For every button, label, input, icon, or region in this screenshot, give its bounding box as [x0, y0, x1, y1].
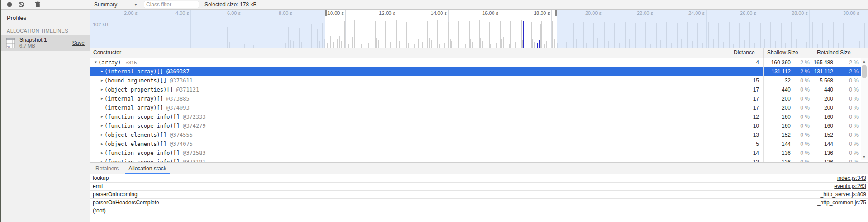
allocation-bar [521, 20, 522, 48]
scroll-down-icon[interactable]: ▼ [861, 154, 868, 160]
shallow-size-cell: 2000 % [763, 94, 813, 103]
heap-object-grid: ▼(array)×3154160 3602 %165 4882 %▶(inter… [90, 58, 868, 162]
stack-frame-row[interactable]: parserOnHeadersComplete_http_common.js:7… [90, 199, 868, 207]
constructor-cell: ▶(object properties)[]@371121 [90, 85, 730, 94]
allocation-bar [480, 38, 481, 48]
allocation-bar [439, 44, 440, 48]
save-link[interactable]: Save [72, 40, 85, 46]
heap-grid-row[interactable]: ▶(function scope info)[]@374279101600 %1… [90, 121, 868, 130]
heap-grid-row[interactable]: ▶(object elements)[]@374555131520 %1520 … [90, 130, 868, 140]
tab-retainers[interactable]: Retainers [90, 163, 123, 174]
record-allocation-icon[interactable] [5, 1, 14, 8]
retained-size-cell: 131 1122 % [813, 67, 868, 76]
source-link[interactable]: events.js:263 [834, 183, 868, 190]
grid-scrollbar[interactable]: ▲ ▼ [861, 58, 868, 160]
constructor-cell: ▶(internal array)[]@369387 [90, 67, 730, 76]
expand-icon[interactable]: ▶ [100, 85, 104, 94]
distance-cell: 14 [730, 149, 763, 158]
object-id: @373181 [183, 158, 206, 162]
expand-icon[interactable]: ▶ [100, 76, 104, 85]
collapse-icon[interactable]: ▼ [93, 58, 98, 67]
allocation-bar [339, 36, 340, 48]
distance-cell: 10 [730, 121, 763, 130]
allocation-bar [554, 39, 555, 48]
allocation-bar [544, 44, 545, 48]
size-percent: 0 % [791, 112, 813, 121]
allocation-bar [378, 40, 379, 48]
allocation-timeline-overview[interactable]: 102 kB 2.00 s4.00 s6.00 s8.00 s10.00 s12… [90, 10, 868, 48]
constructor-name: (array) [98, 58, 121, 67]
expand-icon[interactable]: ▶ [100, 67, 104, 76]
size-value: 131 112 [764, 67, 791, 76]
stack-frame-row[interactable]: (root) [90, 207, 868, 215]
allocation-bar [361, 44, 362, 48]
expand-icon[interactable]: ▶ [100, 94, 104, 103]
heap-grid-row[interactable]: ▶(object elements)[]@37407551440 %1440 % [90, 140, 868, 149]
size-value: 160 [764, 112, 791, 121]
allocation-bar [490, 44, 491, 48]
heap-grid-row[interactable]: ▶(bound arguments)[]@37361115320 %5 5680… [90, 76, 868, 85]
allocation-bar [510, 21, 511, 48]
allocation-bar [408, 43, 409, 48]
size-percent: 0 % [791, 94, 813, 103]
retained-size-cell: 1520 % [813, 130, 868, 140]
allocation-bar [406, 22, 407, 48]
clear-block-icon[interactable] [17, 1, 25, 8]
heap-grid-row[interactable]: ▶(internal array)[]@369387–131 1122 %131… [90, 67, 868, 76]
column-header-shallow-size[interactable]: Shallow Size [763, 48, 813, 58]
size-value: 160 [764, 121, 791, 130]
source-link[interactable]: index.js:343 [837, 174, 868, 182]
stack-frame-row[interactable]: emitevents.js:263 [90, 183, 868, 191]
tab-retainers-label: Retainers [95, 165, 119, 172]
column-header-retained-size[interactable]: Retained Size [813, 48, 868, 58]
shallow-size-cell: 160 3602 % [763, 58, 813, 67]
expand-icon[interactable]: ▶ [100, 140, 104, 149]
class-filter-input[interactable] [144, 1, 199, 8]
expand-icon[interactable]: ▶ [100, 121, 104, 130]
scroll-up-icon[interactable]: ▲ [861, 58, 868, 64]
object-id: @374555 [170, 130, 193, 140]
stack-frame-function: emit [90, 183, 103, 190]
ruler-tick-label: 16.00 s [449, 10, 500, 17]
selection-handle-left[interactable] [325, 10, 327, 16]
heap-grid-row[interactable]: ▶(function scope info)[]@372583141360 %1… [90, 149, 868, 158]
delete-profile-icon[interactable] [33, 1, 42, 8]
expand-icon[interactable]: ▶ [100, 130, 104, 140]
heap-grid-row[interactable]: ▼(array)×3154160 3602 %165 4882 % [90, 58, 868, 67]
expand-icon[interactable]: ▶ [100, 112, 104, 121]
sidebar-item-snapshot-1[interactable]: % Snapshot 1 6.7 MB Save [1, 35, 90, 51]
perspective-select[interactable]: Summary ▼ [90, 1, 140, 8]
constructor-cell: ▶(bound arguments)[]@373611 [90, 76, 730, 85]
retained-size-cell: 5 5680 % [813, 76, 868, 85]
stack-frame-row[interactable]: parserOnIncoming_http_server.js:809 [90, 191, 868, 199]
heap-grid-row[interactable]: ▶(object properties)[]@371121174400 %440… [90, 85, 868, 94]
allocation-bar [470, 39, 471, 48]
heap-grid-row[interactable]: (internal array)[]@374093172000 %2000 % [90, 103, 868, 112]
allocation-bar [472, 42, 473, 48]
source-link[interactable]: _http_server.js:809 [821, 191, 868, 198]
heap-grid-row[interactable]: ▶(function scope info)[]@372333121600 %1… [90, 112, 868, 121]
expand-icon[interactable]: ▶ [100, 158, 104, 162]
source-link[interactable]: _http_common.js:75 [817, 199, 868, 207]
size-value: 136 [813, 149, 833, 158]
size-percent: 2 % [791, 67, 813, 76]
selection-handle-right[interactable] [555, 10, 557, 16]
scrollbar-thumb[interactable] [862, 65, 867, 78]
expand-icon[interactable]: ▶ [100, 149, 104, 158]
object-id: @369387 [166, 67, 190, 76]
object-id: @373611 [170, 76, 193, 85]
size-value: 160 [813, 121, 833, 130]
retained-size-cell: 1360 % [813, 158, 868, 162]
heap-grid-row[interactable]: ▶(function scope info)[]@373181131360 %1… [90, 158, 868, 162]
allocation-bar [503, 37, 504, 48]
heap-grid-row[interactable]: ▶(internal array)[]@373885172000 %2000 % [90, 94, 868, 103]
allocation-bar [327, 43, 328, 48]
shallow-size-cell: 4400 % [763, 85, 813, 94]
tab-allocation-stack[interactable]: Allocation stack [123, 163, 171, 174]
stack-frame-row[interactable]: lookupindex.js:343 [90, 174, 868, 183]
allocation-bar [352, 37, 353, 48]
column-header-constructor[interactable]: Constructor [90, 48, 730, 58]
column-header-distance[interactable]: Distance [730, 48, 763, 58]
size-value: 131 112 [813, 67, 833, 76]
profiler-toolbar: Summary ▼ Selected size: 178 kB [1, 0, 868, 10]
